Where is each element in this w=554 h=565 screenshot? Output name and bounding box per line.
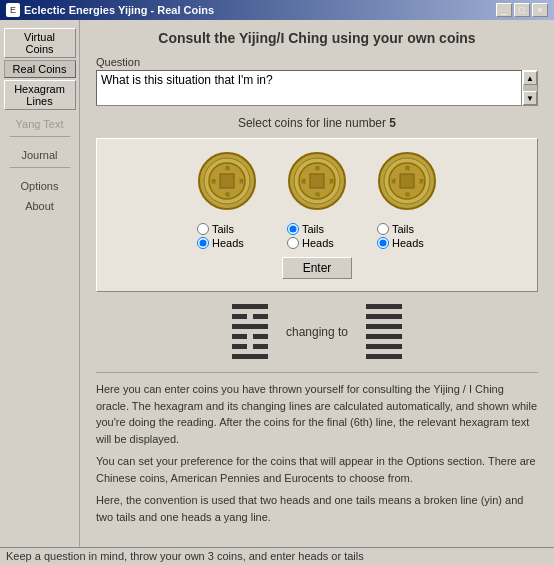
scroll-down-arrow[interactable]: ▼: [523, 91, 537, 105]
window-controls: _ □ ×: [496, 3, 548, 17]
coin3-heads-radio[interactable]: [377, 237, 389, 249]
coin1-heads-option[interactable]: Heads: [197, 237, 257, 249]
coin1-heads-radio[interactable]: [197, 237, 209, 249]
svg-text:寶: 寶: [329, 178, 334, 184]
svg-rect-35: [366, 324, 402, 329]
svg-rect-36: [366, 334, 402, 339]
svg-text:寶: 寶: [239, 178, 244, 184]
coin2-tails-radio[interactable]: [287, 223, 299, 235]
svg-text:福: 福: [405, 191, 410, 197]
coin3-tails-option[interactable]: Tails: [377, 223, 437, 235]
changing-to-text: changing to: [286, 325, 348, 339]
coin2-heads-label: Heads: [302, 237, 334, 249]
coin3-heads-option[interactable]: Heads: [377, 237, 437, 249]
coin-2-choice: Tails Heads: [287, 223, 347, 249]
question-section: Question What is this situation that I'm…: [96, 56, 538, 106]
question-scrollbar[interactable]: ▲ ▼: [522, 70, 538, 106]
sidebar-divider-2: [10, 167, 70, 168]
svg-rect-33: [366, 304, 402, 309]
coins-panel: 壽 福 通 寶 壽 福 通 寶: [96, 138, 538, 292]
svg-text:寶: 寶: [419, 178, 424, 184]
coin1-heads-label: Heads: [212, 237, 244, 249]
sidebar-divider: [10, 136, 70, 137]
coin-3: 壽 福 通 寶: [377, 151, 437, 211]
svg-rect-26: [253, 314, 268, 319]
enter-btn-row: Enter: [109, 257, 525, 279]
coin2-tails-label: Tails: [302, 223, 324, 235]
coin3-tails-label: Tails: [392, 223, 414, 235]
status-text: Keep a question in mind, throw your own …: [6, 550, 364, 562]
page-title: Consult the Yijing/I Ching using your ow…: [96, 30, 538, 46]
svg-text:通: 通: [211, 178, 216, 184]
coin2-heads-option[interactable]: Heads: [287, 237, 347, 249]
maximize-button[interactable]: □: [514, 3, 530, 17]
svg-text:福: 福: [315, 191, 320, 197]
svg-rect-38: [366, 354, 402, 359]
sidebar-item-options[interactable]: Options: [21, 180, 59, 192]
sidebar-item-virtual-coins[interactable]: Virtual Coins: [4, 28, 76, 58]
svg-text:壽: 壽: [225, 165, 230, 171]
coin1-tails-option[interactable]: Tails: [197, 223, 257, 235]
svg-rect-37: [366, 344, 402, 349]
hexagram-right: [364, 302, 404, 362]
svg-rect-3: [220, 174, 234, 188]
app-icon: E: [6, 3, 20, 17]
question-input-wrapper: What is this situation that I'm in? ▲ ▼: [96, 70, 538, 106]
svg-text:壽: 壽: [405, 165, 410, 171]
coin-2: 壽 福 通 寶: [287, 151, 347, 211]
close-button[interactable]: ×: [532, 3, 548, 17]
coin1-tails-radio[interactable]: [197, 223, 209, 235]
svg-rect-19: [400, 174, 414, 188]
svg-text:福: 福: [225, 191, 230, 197]
svg-rect-30: [232, 344, 247, 349]
svg-rect-34: [366, 314, 402, 319]
coin3-tails-radio[interactable]: [377, 223, 389, 235]
minimize-button[interactable]: _: [496, 3, 512, 17]
coin-1: 壽 福 通 寶: [197, 151, 257, 211]
description-1: Here you can enter coins you have thrown…: [96, 381, 538, 447]
sidebar: Virtual Coins Real Coins Hexagram Lines …: [0, 20, 80, 565]
svg-rect-29: [253, 334, 268, 339]
coin-options: Tails Heads Tails Heads: [109, 223, 525, 249]
scroll-up-arrow[interactable]: ▲: [523, 71, 537, 85]
svg-rect-27: [232, 324, 268, 329]
description-3: Here, the convention is used that two he…: [96, 492, 538, 525]
line-select-label: Select coins for line number 5: [96, 116, 538, 130]
description-2: You can set your preference for the coin…: [96, 453, 538, 486]
svg-rect-11: [310, 174, 324, 188]
sidebar-item-hexagram-lines[interactable]: Hexagram Lines: [4, 80, 76, 110]
svg-rect-24: [232, 304, 268, 309]
coins-row: 壽 福 通 寶 壽 福 通 寶: [109, 151, 525, 211]
coin-3-choice: Tails Heads: [377, 223, 437, 249]
question-input[interactable]: What is this situation that I'm in?: [96, 70, 522, 106]
hexagram-left: [230, 302, 270, 362]
description-section: Here you can enter coins you have thrown…: [96, 372, 538, 525]
sidebar-item-about[interactable]: About: [25, 200, 54, 212]
coin3-heads-label: Heads: [392, 237, 424, 249]
hexagram-section: changing to: [96, 302, 538, 362]
window-title: Eclectic Energies Yijing - Real Coins: [24, 4, 214, 16]
main-container: Virtual Coins Real Coins Hexagram Lines …: [0, 20, 554, 565]
content-area: Consult the Yijing/I Ching using your ow…: [80, 20, 554, 565]
line-number: 5: [389, 116, 396, 130]
svg-text:通: 通: [301, 178, 306, 184]
svg-text:通: 通: [391, 178, 396, 184]
question-label: Question: [96, 56, 538, 68]
svg-rect-31: [253, 344, 268, 349]
coin1-tails-label: Tails: [212, 223, 234, 235]
svg-rect-25: [232, 314, 247, 319]
coin2-heads-radio[interactable]: [287, 237, 299, 249]
sidebar-item-yang-text[interactable]: Yang Text: [16, 118, 64, 130]
title-bar: E Eclectic Energies Yijing - Real Coins …: [0, 0, 554, 20]
status-bar: Keep a question in mind, throw your own …: [0, 547, 554, 565]
svg-rect-32: [232, 354, 268, 359]
sidebar-item-real-coins[interactable]: Real Coins: [4, 60, 76, 78]
coin2-tails-option[interactable]: Tails: [287, 223, 347, 235]
coin-1-choice: Tails Heads: [197, 223, 257, 249]
svg-rect-28: [232, 334, 247, 339]
svg-text:壽: 壽: [315, 165, 320, 171]
sidebar-item-journal[interactable]: Journal: [21, 149, 57, 161]
enter-button[interactable]: Enter: [282, 257, 353, 279]
